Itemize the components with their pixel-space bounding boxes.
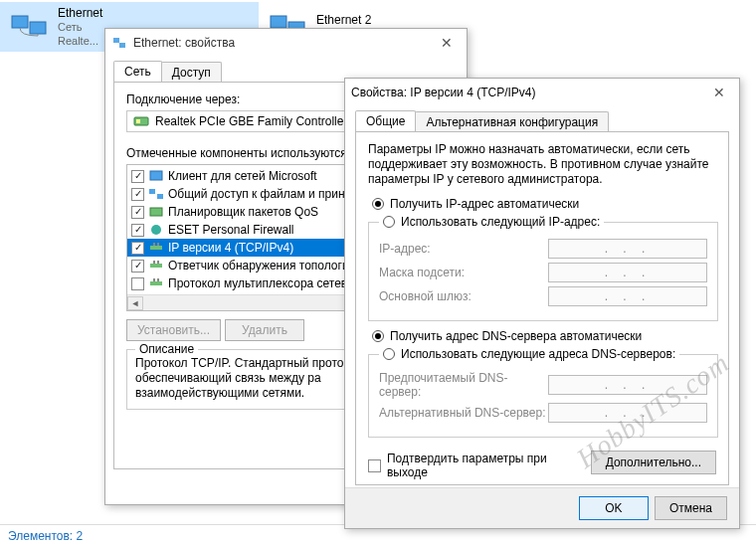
adapter-sub2: Realte... bbox=[58, 34, 102, 48]
field-label: Основной шлюз: bbox=[379, 289, 548, 303]
checkbox[interactable] bbox=[131, 206, 144, 219]
field-label: Предпочитаемый DNS-сервер: bbox=[379, 371, 548, 399]
svg-rect-8 bbox=[150, 171, 162, 180]
scroll-left-icon[interactable]: ◄ bbox=[127, 296, 143, 310]
titlebar[interactable]: Свойства: IP версии 4 (TCP/IPv4) ✕ bbox=[345, 79, 739, 106]
svg-rect-13 bbox=[150, 246, 162, 250]
confirm-checkbox[interactable] bbox=[368, 459, 381, 472]
radio-ip-manual[interactable]: Использовать следующий IP-адрес: bbox=[383, 215, 600, 229]
component-icon bbox=[148, 204, 164, 220]
tab-access[interactable]: Доступ bbox=[161, 62, 222, 83]
adapter-sub1: Сеть bbox=[58, 20, 102, 34]
svg-rect-9 bbox=[149, 189, 155, 194]
install-button[interactable]: Установить... bbox=[126, 319, 221, 341]
ipv4-properties-window: Свойства: IP версии 4 (TCP/IPv4) ✕ Общие… bbox=[344, 78, 740, 529]
radio-icon bbox=[383, 216, 395, 228]
component-icon bbox=[148, 186, 164, 202]
checkbox[interactable] bbox=[131, 277, 144, 290]
svg-rect-2 bbox=[271, 16, 286, 28]
field-subnet-mask: Маска подсети: . . . bbox=[379, 263, 707, 282]
svg-rect-5 bbox=[119, 43, 125, 48]
component-icon bbox=[148, 258, 164, 273]
close-icon[interactable]: ✕ bbox=[705, 83, 733, 102]
controller-name: Realtek PCIe GBE Family Controller bbox=[155, 114, 347, 128]
field-ip-address: IP-адрес: . . . bbox=[379, 239, 707, 259]
svg-rect-1 bbox=[30, 22, 46, 34]
titlebar[interactable]: Ethernet: свойства ✕ bbox=[105, 29, 467, 57]
component-label: Ответчик обнаружения топологии bbox=[168, 259, 355, 273]
radio-ip-auto[interactable]: Получить IP-адрес автоматически bbox=[372, 197, 716, 211]
description-title: Описание bbox=[135, 342, 198, 356]
svg-rect-10 bbox=[157, 194, 163, 199]
component-icon bbox=[148, 240, 164, 256]
radio-icon bbox=[372, 330, 384, 342]
status-count: Элементов: 2 bbox=[8, 529, 83, 543]
component-icon bbox=[148, 168, 164, 184]
advanced-button[interactable]: Дополнительно... bbox=[591, 451, 716, 474]
tab-general[interactable]: Общие bbox=[355, 110, 416, 131]
mask-input[interactable]: . . . bbox=[548, 263, 707, 282]
radio-dns-auto[interactable]: Получить адрес DNS-сервера автоматически bbox=[372, 329, 716, 343]
button-bar: OK Отмена bbox=[345, 487, 739, 528]
tab-body: Параметры IP можно назначать автоматичес… bbox=[355, 131, 729, 485]
field-label: Альтернативный DNS-сервер: bbox=[379, 406, 548, 420]
component-icon bbox=[148, 275, 164, 291]
svg-rect-0 bbox=[12, 16, 28, 28]
field-preferred-dns: Предпочитаемый DNS-сервер: . . . bbox=[379, 371, 707, 399]
tab-network[interactable]: Сеть bbox=[113, 61, 162, 82]
svg-point-12 bbox=[151, 225, 161, 235]
radio-label: Получить адрес DNS-сервера автоматически bbox=[390, 329, 642, 343]
adapter-name: Ethernet 2 bbox=[316, 13, 371, 27]
component-label: Клиент для сетей Microsoft bbox=[168, 169, 317, 183]
svg-rect-7 bbox=[136, 119, 140, 123]
window-title: Свойства: IP версии 4 (TCP/IPv4) bbox=[351, 86, 536, 99]
close-icon[interactable]: ✕ bbox=[433, 33, 461, 53]
window-icon bbox=[111, 35, 127, 51]
tabstrip: Общие Альтернативная конфигурация bbox=[355, 106, 739, 131]
svg-rect-17 bbox=[153, 261, 155, 264]
component-label: IP версии 4 (TCP/IPv4) bbox=[168, 241, 293, 255]
adapter-name: Ethernet bbox=[58, 6, 102, 20]
info-text: Параметры IP можно назначать автоматичес… bbox=[368, 142, 716, 187]
field-label: Маска подсети: bbox=[379, 266, 548, 279]
radio-label: Получить IP-адрес автоматически bbox=[390, 197, 579, 211]
svg-rect-15 bbox=[157, 243, 159, 246]
gateway-input[interactable]: . . . bbox=[548, 286, 707, 306]
ip-input[interactable]: . . . bbox=[548, 239, 707, 259]
checkbox[interactable] bbox=[131, 260, 144, 273]
field-label: IP-адрес: bbox=[379, 242, 548, 256]
svg-rect-4 bbox=[113, 38, 119, 43]
nic-icon bbox=[133, 114, 149, 128]
dns-manual-group: Использовать следующие адреса DNS-сервер… bbox=[368, 347, 718, 438]
component-label: Планировщик пакетов QoS bbox=[168, 205, 318, 219]
field-default-gateway: Основной шлюз: . . . bbox=[379, 286, 707, 306]
dns-pref-input[interactable]: . . . bbox=[548, 375, 707, 395]
radio-icon bbox=[372, 198, 384, 210]
checkbox[interactable] bbox=[131, 188, 144, 201]
svg-rect-18 bbox=[157, 261, 159, 264]
window-title: Ethernet: свойства bbox=[133, 36, 235, 50]
component-label: ESET Personal Firewall bbox=[168, 223, 294, 237]
component-icon bbox=[148, 222, 164, 238]
checkbox[interactable] bbox=[131, 242, 144, 255]
cancel-button[interactable]: Отмена bbox=[655, 496, 727, 520]
network-adapter-icon bbox=[10, 10, 50, 44]
svg-rect-11 bbox=[150, 208, 162, 216]
remove-button[interactable]: Удалить bbox=[225, 319, 304, 341]
dns-alt-input[interactable]: . . . bbox=[548, 403, 707, 423]
svg-rect-16 bbox=[150, 264, 162, 268]
field-alternate-dns: Альтернативный DNS-сервер: . . . bbox=[379, 403, 707, 423]
radio-label: Использовать следующий IP-адрес: bbox=[401, 215, 600, 229]
radio-dns-manual[interactable]: Использовать следующие адреса DNS-сервер… bbox=[383, 347, 675, 361]
svg-rect-20 bbox=[153, 278, 155, 281]
checkbox[interactable] bbox=[131, 170, 144, 183]
confirm-label: Подтвердить параметры при выходе bbox=[387, 452, 591, 479]
svg-rect-21 bbox=[157, 278, 159, 281]
svg-rect-19 bbox=[150, 281, 162, 285]
checkbox[interactable] bbox=[131, 224, 144, 237]
ip-manual-group: Использовать следующий IP-адрес: IP-адре… bbox=[368, 215, 718, 321]
tab-alt-config[interactable]: Альтернативная конфигурация bbox=[415, 111, 609, 132]
svg-rect-14 bbox=[153, 243, 155, 246]
radio-label: Использовать следующие адреса DNS-сервер… bbox=[401, 347, 675, 361]
ok-button[interactable]: OK bbox=[579, 496, 649, 520]
